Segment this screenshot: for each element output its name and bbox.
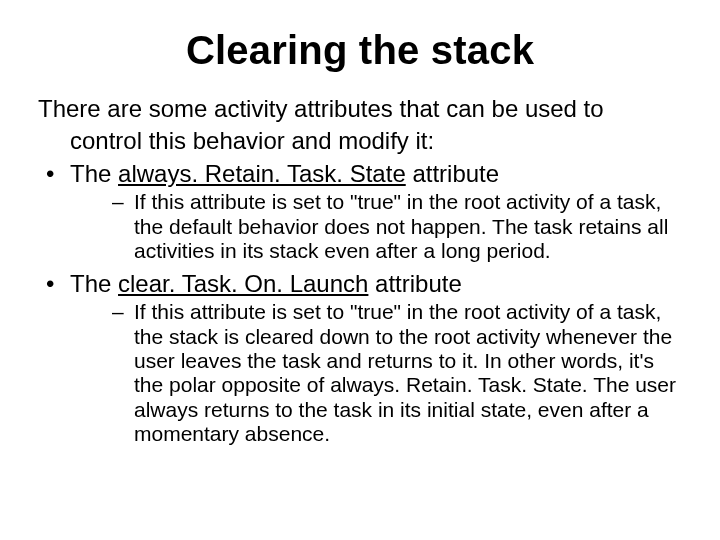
slide-title: Clearing the stack — [36, 28, 684, 73]
sub-bullet-item: If this attribute is set to "true" in th… — [70, 190, 684, 263]
intro-line-2: control this behavior and modify it: — [36, 127, 684, 155]
bullet-item: The clear. Task. On. Launch attribute If… — [36, 270, 684, 447]
bullet-item: The always. Retain. Task. State attribut… — [36, 160, 684, 264]
bullet-list: The always. Retain. Task. State attribut… — [36, 160, 684, 447]
intro-line-1: There are some activity attributes that … — [36, 95, 684, 123]
bullet-text-suffix: attribute — [368, 270, 461, 297]
slide: Clearing the stack There are some activi… — [0, 0, 720, 540]
bullet-text-prefix: The — [70, 160, 118, 187]
attribute-link: clear. Task. On. Launch — [118, 270, 368, 297]
sub-bullet-list: If this attribute is set to "true" in th… — [70, 300, 684, 446]
attribute-link: always. Retain. Task. State — [118, 160, 406, 187]
bullet-text-suffix: attribute — [406, 160, 499, 187]
bullet-text-prefix: The — [70, 270, 118, 297]
sub-bullet-item: If this attribute is set to "true" in th… — [70, 300, 684, 446]
sub-bullet-list: If this attribute is set to "true" in th… — [70, 190, 684, 263]
